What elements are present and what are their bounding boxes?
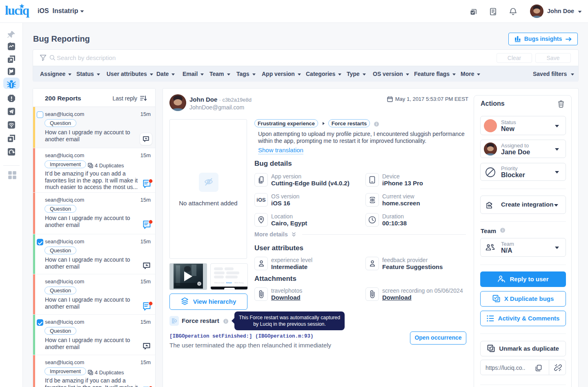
svg-text:lucıq: lucıq	[5, 4, 29, 18]
